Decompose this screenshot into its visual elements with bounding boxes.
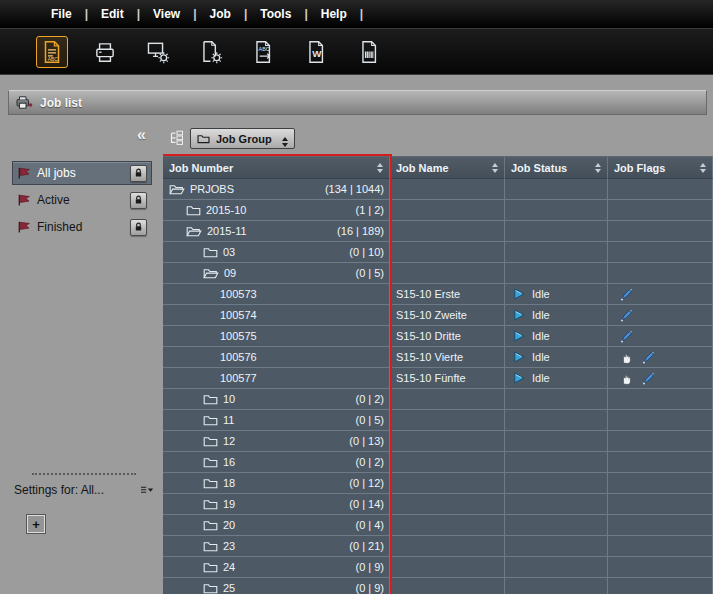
- job-name-cell: S15-10 Zweite: [390, 305, 505, 326]
- job-group-row[interactable]: 11(0 | 5): [163, 410, 713, 431]
- job-group-row[interactable]: 18(0 | 12): [163, 473, 713, 494]
- sidebar-resize-handle[interactable]: [32, 473, 136, 475]
- text-export-icon: ABC: [251, 39, 277, 65]
- job-name-cell: [390, 242, 505, 263]
- sort-spinner: [377, 163, 383, 173]
- menu-file[interactable]: File: [38, 7, 85, 21]
- job-number-cell: 100577: [163, 368, 390, 389]
- filter-label: Active: [37, 193, 124, 207]
- toolbar-job-settings-button[interactable]: [195, 36, 227, 68]
- job-group-row[interactable]: 12(0 | 13): [163, 431, 713, 452]
- job-group-row[interactable]: 10(0 | 2): [163, 389, 713, 410]
- group-count: (0 | 9): [355, 561, 389, 573]
- group-name: 16: [223, 456, 235, 468]
- filter-flag-icon: [17, 221, 31, 233]
- column-header-job-name[interactable]: Job Name: [390, 156, 505, 179]
- menu-help[interactable]: Help: [308, 7, 360, 21]
- barcode-document-icon: [357, 39, 383, 65]
- job-group-row[interactable]: 19(0 | 14): [163, 494, 713, 515]
- note-flag-icon: [620, 330, 633, 343]
- menu-tools[interactable]: Tools: [247, 7, 304, 21]
- job-number-cell: 20(0 | 4): [163, 515, 390, 536]
- group-count: (16 | 189): [337, 225, 389, 237]
- column-header-job-number[interactable]: Job Number: [163, 156, 390, 179]
- column-header-job-flags[interactable]: Job Flags: [608, 156, 713, 179]
- settings-dropdown-icon[interactable]: [140, 485, 156, 495]
- job-group-row[interactable]: 25(0 | 9): [163, 578, 713, 594]
- job-name-cell: [390, 452, 505, 473]
- menu-edit[interactable]: Edit: [88, 7, 137, 21]
- job-status-cell: [505, 179, 608, 200]
- job-row[interactable]: 100574S15-10 ZweiteIdle: [163, 305, 713, 326]
- folder-icon: [203, 393, 218, 405]
- filter-flag-icon: [17, 194, 31, 206]
- collapse-tree-icon[interactable]: [168, 130, 184, 146]
- menu-job[interactable]: Job: [197, 7, 244, 21]
- job-name-cell: S15-10 Dritte: [390, 326, 505, 347]
- job-group-row[interactable]: 2015-11(16 | 189): [163, 221, 713, 242]
- job-name-cell: S15-10 Vierte: [390, 347, 505, 368]
- job-status-cell: [505, 515, 608, 536]
- job-number-cell: 16(0 | 2): [163, 452, 390, 473]
- group-bar: Job Group: [163, 121, 713, 156]
- group-count: (0 | 5): [355, 267, 389, 279]
- job-status-cell: [505, 410, 608, 431]
- sort-spinner: [700, 163, 706, 173]
- job-group-row[interactable]: 16(0 | 2): [163, 452, 713, 473]
- job-group-row[interactable]: 2015-10(1 | 2): [163, 200, 713, 221]
- job-name-cell: [390, 389, 505, 410]
- job-status-cell: [505, 494, 608, 515]
- job-status-cell: Idle: [505, 368, 608, 389]
- job-row[interactable]: 100575S15-10 DritteIdle: [163, 326, 713, 347]
- job-number: 100573: [220, 288, 257, 300]
- job-number-cell: 100573: [163, 284, 390, 305]
- job-group-row[interactable]: 24(0 | 9): [163, 557, 713, 578]
- group-count: (1 | 2): [355, 204, 389, 216]
- group-name: 10: [223, 393, 235, 405]
- group-count: (0 | 21): [349, 540, 389, 552]
- note-flag-icon: [642, 351, 655, 364]
- toolbar-barcode-document-button[interactable]: [354, 36, 386, 68]
- folder-icon: [203, 498, 218, 510]
- job-number-cell: 100576: [163, 347, 390, 368]
- toolbar-printer-button[interactable]: [89, 36, 121, 68]
- lock-icon: [130, 219, 147, 236]
- job-row[interactable]: 100576S15-10 VierteIdle: [163, 347, 713, 368]
- sidebar-collapse-button[interactable]: «: [137, 127, 146, 143]
- job-row[interactable]: 100577S15-10 FünfteIdle: [163, 368, 713, 389]
- menu-view[interactable]: View: [140, 7, 193, 21]
- filter-all-jobs[interactable]: All jobs: [12, 161, 152, 185]
- toolbar-text-export-button[interactable]: ABC: [248, 36, 280, 68]
- job-group-row[interactable]: PRJOBS(134 | 1044): [163, 179, 713, 200]
- job-group-row[interactable]: 09(0 | 5): [163, 263, 713, 284]
- toolbar-word-document-button[interactable]: W: [301, 36, 333, 68]
- job-group-row[interactable]: 23(0 | 21): [163, 536, 713, 557]
- add-filter-button[interactable]: +: [27, 515, 45, 533]
- group-name: 23: [223, 540, 235, 552]
- job-row[interactable]: 100573S15-10 ErsteIdle: [163, 284, 713, 305]
- job-status-cell: [505, 431, 608, 452]
- column-header-job-status[interactable]: Job Status: [505, 156, 608, 179]
- folder-icon: [203, 519, 218, 531]
- job-number-cell: 03(0 | 10): [163, 242, 390, 263]
- job-flags-cell: [608, 200, 713, 221]
- folder-icon: [197, 133, 210, 144]
- job-number: 100575: [220, 330, 257, 342]
- status-label: Idle: [532, 309, 550, 321]
- toolbar-workstation-settings-button[interactable]: [142, 36, 174, 68]
- job-group-row[interactable]: 03(0 | 10): [163, 242, 713, 263]
- job-group-selector[interactable]: Job Group: [190, 128, 295, 149]
- toolbar-job-list-button[interactable]: ABC: [36, 36, 68, 68]
- job-number-cell: 2015-10(1 | 2): [163, 200, 390, 221]
- filter-active[interactable]: Active: [12, 188, 152, 212]
- job-rows: PRJOBS(134 | 1044)2015-10(1 | 2)2015-11(…: [163, 179, 713, 594]
- group-name: 19: [223, 498, 235, 510]
- filter-finished[interactable]: Finished: [12, 215, 152, 239]
- group-count: (134 | 1044): [325, 183, 389, 195]
- job-flags-cell: [608, 515, 713, 536]
- job-group-row[interactable]: 20(0 | 4): [163, 515, 713, 536]
- job-status-cell: [505, 200, 608, 221]
- job-flags-cell: [608, 536, 713, 557]
- job-number: 100577: [220, 372, 257, 384]
- panel-title: Job list: [40, 96, 82, 110]
